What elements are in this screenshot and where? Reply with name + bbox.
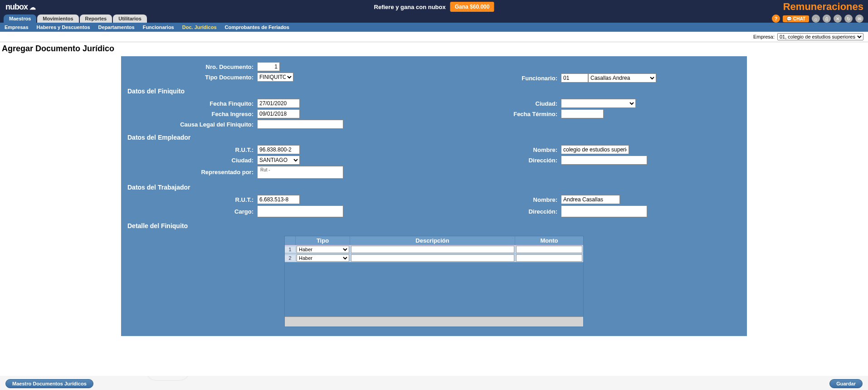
help-icon[interactable]: ? xyxy=(772,15,780,23)
row1-monto-input[interactable] xyxy=(516,246,582,253)
ciudad-finiquito-label: Ciudad: xyxy=(434,100,561,107)
company-select[interactable]: 01, colegio de estudios superiores xyxy=(777,33,863,40)
emp-ciudad-select[interactable]: SANTIAGO xyxy=(257,156,300,165)
tab-maestros[interactable]: Maestros xyxy=(4,15,36,23)
row2-descripcion-input[interactable] xyxy=(351,254,514,262)
trab-direccion-label: Dirección: xyxy=(434,208,561,215)
trab-nombre-input[interactable] xyxy=(561,195,620,204)
trab-cargo-input[interactable] xyxy=(257,205,343,217)
sub-tabs: Empresas Haberes y Descuentos Departamen… xyxy=(0,23,868,32)
causa-legal-input[interactable] xyxy=(257,120,343,129)
trab-cargo-label: Cargo: xyxy=(121,208,257,215)
fecha-ingreso-input[interactable] xyxy=(257,109,300,118)
section-datos-finiquito: Datos del Finiquito xyxy=(121,84,747,98)
chat-button[interactable]: 💬 CHAT xyxy=(783,15,809,22)
refer-text: Refiere y gana con nubox xyxy=(374,4,446,10)
row2-monto-input[interactable] xyxy=(516,254,582,262)
th-tipo: Tipo xyxy=(296,236,350,245)
trab-rut-label: R.U.T.: xyxy=(121,196,257,203)
subtab-empresas[interactable]: Empresas xyxy=(5,24,29,30)
subtab-funcionarios[interactable]: Funcionarios xyxy=(143,24,174,30)
table-row: 2 Haber xyxy=(285,253,583,262)
emp-direccion-input[interactable] xyxy=(561,156,647,165)
emp-nombre-label: Nombre: xyxy=(434,146,561,153)
page-title: Agregar Documento Jurídico xyxy=(0,42,868,56)
print-icon[interactable]: ⎙ xyxy=(823,15,831,23)
row-number: 1 xyxy=(285,247,296,252)
subtab-departamentos[interactable]: Departamentos xyxy=(98,24,135,30)
fecha-ingreso-label: Fecha Ingreso: xyxy=(121,111,257,117)
nro-documento-input[interactable] xyxy=(257,62,280,71)
detail-table: Tipo Descripción Monto 1 Haber 2 Haber xyxy=(284,236,584,327)
trab-direccion-input[interactable] xyxy=(561,205,647,217)
mail-icon[interactable]: ✉ xyxy=(855,15,863,23)
funcionario-name-select[interactable]: Casallas Andrea xyxy=(588,73,656,83)
row-number: 2 xyxy=(285,255,296,261)
emp-rut-input[interactable] xyxy=(257,145,300,154)
tab-movimientos[interactable]: Movimientos xyxy=(37,15,78,23)
fecha-finiquito-label: Fecha Finquito: xyxy=(121,100,257,107)
tipo-documento-label: Tipo Documento: xyxy=(121,74,257,81)
home-icon[interactable]: ⌂ xyxy=(812,15,820,23)
emp-ciudad-label: Ciudad: xyxy=(121,157,257,164)
row1-descripcion-input[interactable] xyxy=(351,246,514,253)
emp-direccion-label: Dirección: xyxy=(434,157,561,164)
emp-nombre-input[interactable] xyxy=(561,145,629,154)
logo: nubox☁ xyxy=(5,2,35,12)
company-label: Empresa: xyxy=(753,34,775,39)
funcionario-code-input[interactable] xyxy=(561,73,588,83)
th-descripcion: Descripción xyxy=(350,236,515,245)
table-row: 1 Haber xyxy=(285,245,583,253)
nro-documento-label: Nro. Documento: xyxy=(121,63,257,70)
subtab-haberes[interactable]: Haberes y Descuentos xyxy=(37,24,90,30)
representado-por-label: Representado por: xyxy=(121,166,257,176)
representado-por-box[interactable]: Rut - xyxy=(257,166,343,179)
trab-rut-input[interactable] xyxy=(257,195,300,204)
fecha-finiquito-input[interactable] xyxy=(257,99,300,108)
close-icon[interactable]: ✕ xyxy=(834,15,842,23)
section-datos-empleador: Datos del Empleador xyxy=(121,130,747,144)
subtab-doc-juridicos[interactable]: Doc. Jurídicos xyxy=(182,24,217,30)
refer-button[interactable]: Gana $60.000 xyxy=(450,2,494,12)
cloud-icon: ☁ xyxy=(29,4,35,11)
refresh-icon[interactable]: ↻ xyxy=(844,15,853,23)
fecha-termino-input[interactable] xyxy=(561,109,604,118)
trab-nombre-label: Nombre: xyxy=(434,196,561,203)
fecha-termino-label: Fecha Término: xyxy=(434,111,561,117)
subtab-comprobantes[interactable]: Comprobantes de Feriados xyxy=(225,24,289,30)
ciudad-finiquito-select[interactable] xyxy=(561,99,636,108)
tab-reportes[interactable]: Reportes xyxy=(80,15,112,23)
section-datos-trabajador: Datos del Trabajador xyxy=(121,180,747,194)
main-tabs: Maestros Movimientos Reportes Utilitario… xyxy=(0,14,868,23)
causa-legal-label: Causa Legal del Finiquito: xyxy=(121,121,257,128)
tipo-documento-select[interactable]: FINIQUITO xyxy=(257,73,293,82)
funcionario-label: Funcionario: xyxy=(434,75,561,82)
emp-rut-label: R.U.T.: xyxy=(121,146,257,153)
th-monto: Monto xyxy=(515,236,583,245)
app-name: Remuneraciones xyxy=(783,1,863,13)
tab-utilitarios[interactable]: Utilitarios xyxy=(113,15,147,23)
row2-tipo-select[interactable]: Haber xyxy=(297,254,349,262)
row1-tipo-select[interactable]: Haber xyxy=(297,246,349,253)
section-detalle-finiquito: Detalle del Finiquito xyxy=(121,219,747,232)
